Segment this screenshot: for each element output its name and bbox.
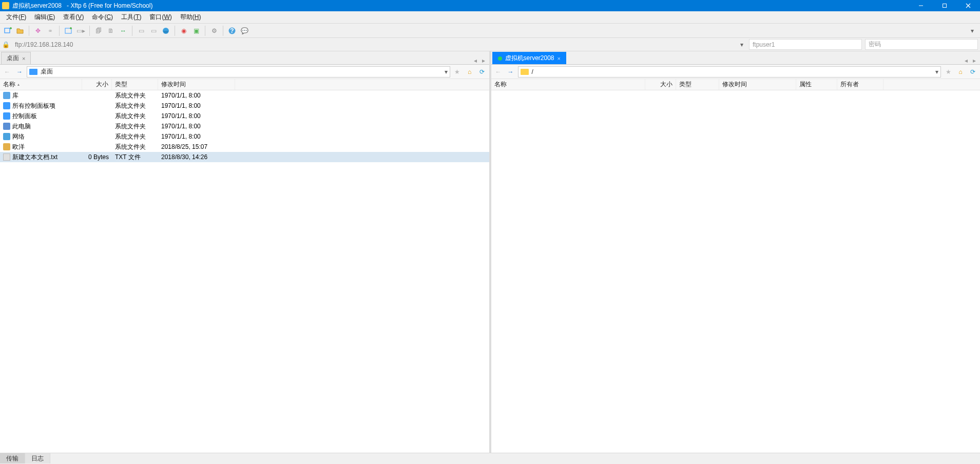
settings-icon[interactable]: ⚙	[208, 25, 220, 36]
column-size[interactable]: 大小	[82, 79, 112, 90]
separator	[29, 26, 29, 36]
refresh-icon[interactable]: ⟳	[968, 67, 978, 77]
remote-path-combo[interactable]: / ▾	[518, 66, 941, 78]
close-tab-icon[interactable]: ×	[22, 55, 25, 62]
address-url[interactable]: ftp://192.168.128.140	[13, 41, 735, 48]
maximize-button[interactable]	[933, 0, 956, 11]
password-field[interactable]: 密码	[865, 39, 978, 50]
tab-scroll-left-icon[interactable]: ◂	[472, 57, 479, 64]
dropdown-icon[interactable]: ▾	[935, 68, 938, 75]
menu-v[interactable]: 查看(V)	[59, 12, 88, 23]
remote-tab[interactable]: 虚拟机server2008 ×	[492, 52, 566, 64]
local-path-combo[interactable]: 桌面 ▾	[27, 66, 450, 78]
bookmark-icon[interactable]: ★	[452, 67, 463, 77]
transfer-tab[interactable]: 传输	[0, 453, 25, 463]
folder-icon	[521, 69, 529, 75]
home-icon[interactable]: ⌂	[955, 67, 966, 77]
connected-dot-icon	[498, 56, 502, 61]
list-item[interactable]: 控制面板系统文件夹1970/1/1, 8:00	[0, 111, 489, 121]
column-name[interactable]: 名称	[0, 79, 82, 90]
menu-c[interactable]: 命令(C)	[88, 12, 117, 23]
globe-icon[interactable]	[160, 25, 171, 36]
close-tab-icon[interactable]: ×	[558, 55, 561, 62]
separator	[175, 26, 175, 36]
local-pane: 桌面 × ◂ ▸ ← → 桌面 ▾ ★ ⌂ ⟳ 名称大小类型修改时间 库系统文件…	[0, 51, 491, 453]
column-type[interactable]: 类型	[676, 79, 719, 90]
column-name[interactable]: 名称	[491, 79, 645, 90]
menu-f[interactable]: 文件(F)	[2, 12, 30, 23]
remote-path-bar: ← → / ▾ ★ ⌂ ⟳	[491, 65, 981, 79]
help-icon[interactable]: ?	[226, 25, 238, 36]
column-size[interactable]: 大小	[645, 79, 676, 90]
unlink-icon[interactable]: ⚭	[45, 25, 56, 36]
list-item[interactable]: 欧洋系统文件夹2018/8/25, 15:07	[0, 142, 489, 152]
title-bar: 虚拟机server2008 - Xftp 6 (Free for Home/Sc…	[0, 0, 980, 11]
tab-scroll-left-icon[interactable]: ◂	[963, 57, 970, 64]
username-field[interactable]: ftpuser1	[749, 39, 862, 50]
list-item[interactable]: 所有控制面板项系统文件夹1970/1/1, 8:00	[0, 101, 489, 111]
bottom-tabstrip: 传输 日志	[0, 453, 980, 464]
svg-rect-1	[943, 4, 947, 8]
column-mtime[interactable]: 修改时间	[158, 79, 235, 90]
new-session-icon[interactable]	[2, 25, 13, 36]
open-session-icon[interactable]	[14, 25, 26, 36]
close-button[interactable]	[956, 0, 980, 11]
menu-e[interactable]: 编辑(E)	[30, 12, 59, 23]
menu-t[interactable]: 工具(T)	[117, 12, 145, 23]
tab-label: 桌面	[7, 54, 19, 63]
separator	[59, 26, 60, 36]
toolbar: ✥ ⚭ ▭▸ 🗐 🗎 ↔ ▭ ▭ ◉ ▣ ⚙ ? 💬 ▾	[0, 24, 980, 38]
separator	[89, 26, 90, 36]
paste-icon[interactable]: 🗎	[105, 25, 117, 36]
forward-icon[interactable]: →	[506, 67, 516, 77]
local-path-value: 桌面	[41, 67, 441, 76]
refresh-icon[interactable]: ⟳	[477, 67, 487, 77]
bookmark-icon[interactable]: ★	[943, 67, 953, 77]
app-icon	[2, 2, 9, 9]
extension-icon[interactable]: ▣	[190, 25, 202, 36]
column-owner[interactable]: 所有者	[837, 79, 883, 90]
dropdown-icon[interactable]: ▾	[445, 68, 448, 75]
toolbar-overflow-icon[interactable]: ▾	[967, 25, 978, 36]
stop-icon[interactable]: ▭	[136, 25, 147, 36]
tab-scroll-right-icon[interactable]: ▸	[480, 57, 487, 64]
forward-icon[interactable]: →	[14, 67, 25, 77]
file-icon	[3, 102, 10, 109]
svg-text:?: ?	[230, 27, 234, 34]
chat-icon[interactable]: 💬	[239, 25, 250, 36]
list-item[interactable]: 此电脑系统文件夹1970/1/1, 8:00	[0, 121, 489, 131]
local-tabstrip: 桌面 × ◂ ▸	[0, 51, 489, 65]
svg-rect-4	[5, 28, 10, 33]
minimize-button[interactable]	[909, 0, 933, 11]
file-icon	[3, 123, 10, 130]
record-icon[interactable]: ◉	[178, 25, 189, 36]
column-attr[interactable]: 属性	[796, 79, 837, 90]
tab-scroll-right-icon[interactable]: ▸	[971, 57, 978, 64]
sync-icon[interactable]: ↔	[118, 25, 129, 36]
remote-tabstrip: 虚拟机server2008 × ◂ ▸	[491, 51, 981, 65]
copy-icon[interactable]: 🗐	[93, 25, 104, 36]
list-item[interactable]: 网络系统文件夹1970/1/1, 8:00	[0, 131, 489, 142]
local-path-bar: ← → 桌面 ▾ ★ ⌂ ⟳	[0, 65, 489, 79]
menu-w[interactable]: 窗口(W)	[145, 12, 176, 23]
back-icon[interactable]: ←	[493, 67, 504, 77]
remote-list[interactable]	[491, 90, 981, 453]
local-tab[interactable]: 桌面 ×	[1, 52, 31, 64]
list-item[interactable]: 新建文本文档.txt0 BytesTXT 文件2018/8/30, 14:26	[0, 152, 489, 162]
link-icon[interactable]: ✥	[32, 25, 44, 36]
column-mtime[interactable]: 修改时间	[719, 79, 796, 90]
pause-icon[interactable]: ▭	[148, 25, 159, 36]
new-terminal-icon[interactable]	[63, 25, 74, 36]
menu-h[interactable]: 帮助(H)	[176, 12, 205, 23]
address-bar: 🔒 ftp://192.168.128.140 ▾ ftpuser1 密码	[0, 38, 980, 51]
address-dropdown-icon[interactable]: ▾	[738, 41, 746, 48]
list-item[interactable]: 库系统文件夹1970/1/1, 8:00	[0, 90, 489, 101]
log-tab[interactable]: 日志	[25, 453, 50, 463]
workarea: 桌面 × ◂ ▸ ← → 桌面 ▾ ★ ⌂ ⟳ 名称大小类型修改时间 库系统文件…	[0, 51, 980, 453]
column-type[interactable]: 类型	[112, 79, 158, 90]
local-list[interactable]: 库系统文件夹1970/1/1, 8:00所有控制面板项系统文件夹1970/1/1…	[0, 90, 489, 453]
home-icon[interactable]: ⌂	[465, 67, 475, 77]
file-icon	[3, 112, 10, 120]
terminal-play-icon[interactable]: ▭▸	[75, 25, 86, 36]
back-icon[interactable]: ←	[2, 67, 12, 77]
